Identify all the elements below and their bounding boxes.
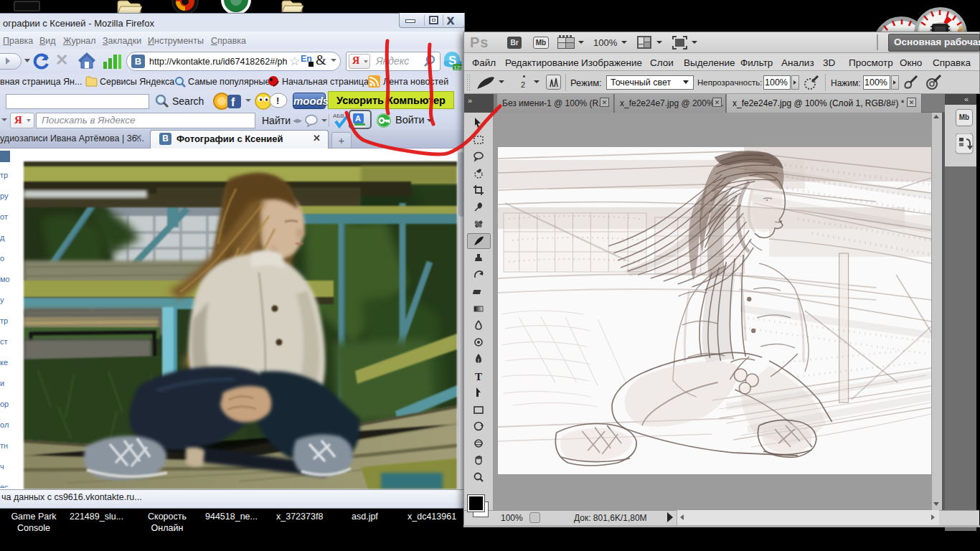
svg-text:!: ! — [276, 95, 279, 106]
svg-text:T: T — [475, 371, 482, 382]
svg-text:123: 123 — [454, 65, 463, 71]
svg-text:f: f — [231, 96, 235, 108]
svg-text:АБВ: АБВ — [333, 113, 344, 119]
svg-text:А: А — [355, 114, 361, 123]
